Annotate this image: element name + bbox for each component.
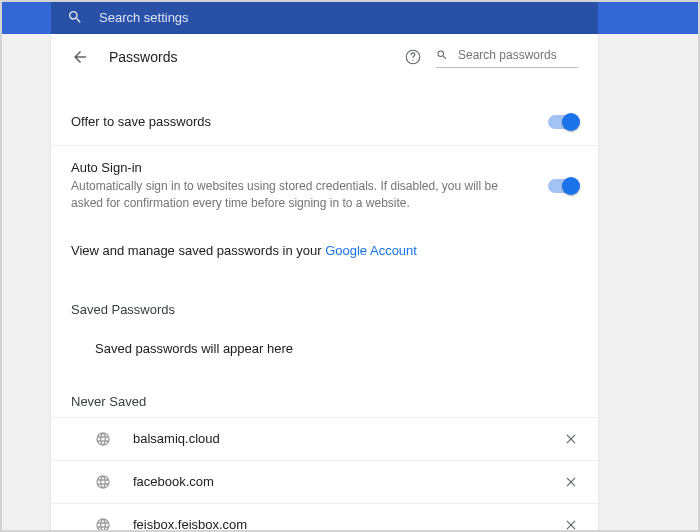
never-saved-item: facebook.com	[51, 460, 598, 503]
gutter-left	[2, 34, 51, 532]
never-saved-domain: feisbox.feisbox.com	[133, 517, 564, 532]
remove-button[interactable]	[564, 518, 578, 532]
auto-signin-desc: Automatically sign in to websites using …	[71, 178, 501, 213]
remove-button[interactable]	[564, 432, 578, 446]
never-saved-item: feisbox.feisbox.com	[51, 503, 598, 532]
remove-button[interactable]	[564, 475, 578, 489]
search-icon	[436, 48, 448, 62]
google-account-link[interactable]: Google Account	[325, 243, 417, 258]
passwords-panel: Passwords Offer to save passwords	[51, 34, 598, 532]
auto-signin-label: Auto Sign-in	[71, 160, 548, 175]
offer-save-row: Offer to save passwords	[51, 98, 598, 146]
never-saved-list: balsamiq.cloudfacebook.comfeisbox.feisbo…	[51, 417, 598, 532]
globe-icon	[95, 431, 111, 447]
svg-point-1	[412, 60, 413, 61]
globe-icon	[95, 474, 111, 490]
manage-passwords-text: View and manage saved passwords in your	[71, 243, 325, 258]
gutter-right	[598, 34, 698, 532]
never-saved-domain: balsamiq.cloud	[133, 431, 564, 446]
close-icon	[564, 432, 578, 446]
search-icon	[67, 9, 83, 25]
close-icon	[564, 475, 578, 489]
settings-search-bar[interactable]: Search settings	[51, 0, 598, 34]
globe-icon	[95, 517, 111, 532]
auto-signin-toggle[interactable]	[548, 179, 578, 193]
settings-window: Search settings Passwords	[0, 0, 700, 532]
help-icon[interactable]	[404, 48, 422, 66]
close-icon	[564, 518, 578, 532]
back-arrow-icon[interactable]	[71, 48, 89, 66]
never-saved-item: balsamiq.cloud	[51, 417, 598, 460]
offer-save-toggle[interactable]	[548, 115, 578, 129]
offer-save-label: Offer to save passwords	[71, 114, 548, 129]
password-search-input[interactable]	[456, 47, 578, 63]
auto-signin-row: Auto Sign-in Automatically sign in to we…	[51, 146, 598, 223]
saved-passwords-label: Saved Passwords	[51, 258, 598, 325]
panel-header: Passwords	[51, 34, 598, 80]
settings-search-placeholder: Search settings	[99, 10, 189, 25]
password-search[interactable]	[436, 47, 578, 68]
never-saved-domain: facebook.com	[133, 474, 564, 489]
manage-passwords-row: View and manage saved passwords in your …	[51, 223, 598, 258]
page-title: Passwords	[109, 49, 404, 65]
never-saved-label: Never Saved	[51, 366, 598, 417]
saved-passwords-empty: Saved passwords will appear here	[51, 325, 598, 366]
